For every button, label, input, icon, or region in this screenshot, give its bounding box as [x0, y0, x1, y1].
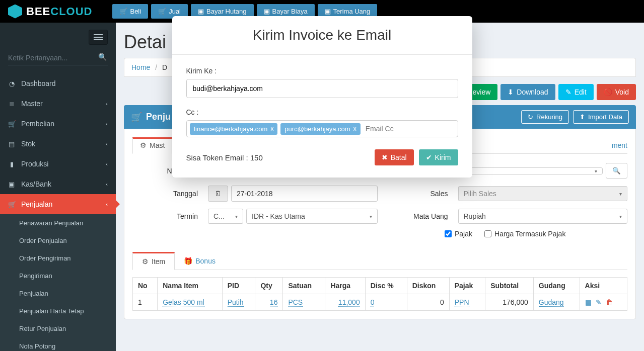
- kirim-ke-input[interactable]: [186, 79, 458, 98]
- cc-tag: purc@berkahjaya.comx: [280, 123, 360, 135]
- cc-tag: finance@berkahjaya.comx: [190, 123, 278, 135]
- batal-button[interactable]: ✖ Batal: [375, 149, 414, 165]
- token-count-text: Sisa Token Email : 150: [186, 153, 263, 162]
- remove-tag-icon[interactable]: x: [353, 125, 356, 132]
- label-cc: Cc :: [186, 108, 458, 116]
- label-kirim-ke: Kirim Ke :: [186, 67, 458, 75]
- modal-title: Kirim Invoice ke Email: [172, 16, 472, 55]
- cc-tags-input[interactable]: finance@berkahjaya.comx purc@berkahjaya.…: [186, 120, 458, 137]
- cc-input[interactable]: [364, 123, 455, 135]
- remove-tag-icon[interactable]: x: [270, 125, 273, 132]
- kirim-button[interactable]: ✔ Kirim: [419, 149, 458, 165]
- email-invoice-modal: Kirim Invoice ke Email Kirim Ke : Cc : f…: [172, 16, 472, 178]
